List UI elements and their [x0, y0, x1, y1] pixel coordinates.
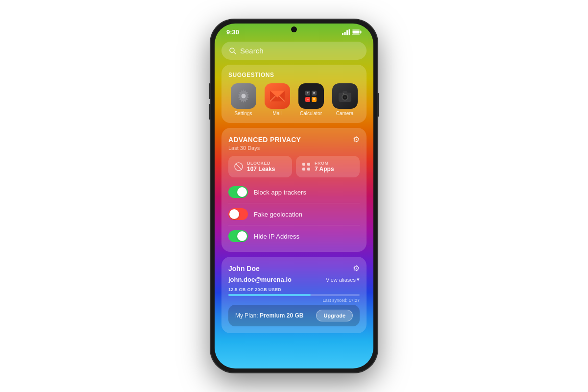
hide-ip-toggle[interactable]: [228, 230, 248, 242]
toggle-thumb-block-trackers: [237, 187, 247, 197]
phone-screen: 9:30: [215, 24, 373, 368]
calc-btn-plus: +: [305, 91, 310, 96]
fake-geo-label: Fake geolocation: [254, 211, 302, 218]
battery-icon: [352, 29, 362, 35]
app-item-camera[interactable]: Camera: [332, 83, 358, 116]
upgrade-button[interactable]: Upgrade: [316, 310, 353, 321]
phone-frame: 9:30: [211, 20, 377, 372]
app-icon-calculator: + × − =: [298, 83, 324, 109]
svg-rect-23: [302, 163, 305, 166]
privacy-header: ADVANCED PRIVACY ⚙: [228, 135, 360, 144]
plan-text: My Plan: Premium 20 GB: [235, 312, 303, 319]
plan-row: My Plan: Premium 20 GB Upgrade: [228, 305, 360, 326]
blocked-value: 107 Leaks: [247, 166, 275, 172]
suggestions-label: SUGGESTIONS: [228, 72, 360, 78]
settings-icon: [236, 88, 251, 104]
block-trackers-label: Block app trackers: [254, 189, 306, 196]
app-icon-mail: [265, 83, 290, 109]
privacy-gear-button[interactable]: ⚙: [353, 135, 360, 144]
privacy-subtitle: Last 30 Days: [228, 145, 360, 151]
app-name-mail: Mail: [272, 111, 281, 116]
from-label: FROM: [315, 161, 334, 166]
account-header: John Doe ⚙: [228, 264, 360, 273]
status-icons: [342, 29, 362, 35]
svg-rect-1: [344, 32, 346, 35]
view-aliases-button[interactable]: View aliases ▾: [326, 276, 360, 283]
svg-rect-2: [346, 30, 348, 35]
status-bar: 9:30: [215, 24, 373, 38]
svg-rect-26: [307, 168, 310, 171]
suggestions-card: SUGGESTIONS Settings: [221, 65, 367, 123]
phone-content: Search SUGGESTIONS: [215, 38, 373, 368]
block-trackers-toggle[interactable]: [228, 186, 248, 198]
front-camera: [291, 26, 297, 32]
apps-grid-icon: [302, 162, 311, 171]
from-stat-text: FROM 7 Apps: [315, 161, 334, 172]
divider-1: [228, 203, 360, 203]
status-time: 9:30: [226, 28, 239, 36]
hide-ip-label: Hide IP Address: [254, 233, 299, 240]
vol-down-button[interactable]: [209, 104, 211, 120]
storage-bar-background: [228, 294, 360, 296]
privacy-title: ADVANCED PRIVACY: [228, 136, 301, 144]
storage-label: 12.5 GB OF 20GB USED: [228, 287, 360, 292]
svg-rect-5: [361, 31, 362, 33]
account-gear-button[interactable]: ⚙: [353, 264, 360, 273]
app-item-calculator[interactable]: + × − = Calculator: [298, 83, 324, 116]
signal-icon: [342, 29, 350, 35]
app-icon-camera: [332, 83, 358, 109]
toggle-row-block-trackers: Block app trackers: [228, 183, 360, 201]
app-name-calculator: Calculator: [300, 111, 322, 116]
svg-point-10: [241, 94, 245, 98]
power-button[interactable]: [377, 93, 379, 117]
app-icon-settings: [231, 83, 256, 109]
calc-btn-minus-alt: ×: [312, 91, 317, 96]
advanced-privacy-card: ADVANCED PRIVACY ⚙ Last 30 Days BLOCKED …: [221, 128, 367, 252]
account-email: john.doe@murena.io: [228, 276, 292, 283]
app-item-mail[interactable]: Mail: [265, 83, 290, 116]
svg-rect-25: [302, 168, 305, 171]
account-email-row: john.doe@murena.io View aliases ▾: [228, 276, 360, 283]
toggle-thumb-hide-ip: [237, 231, 247, 241]
search-bar[interactable]: Search: [221, 42, 367, 60]
from-value: 7 Apps: [315, 166, 334, 172]
app-name-settings: Settings: [234, 111, 252, 116]
svg-rect-24: [307, 163, 310, 166]
blocked-icon: [234, 162, 243, 171]
storage-bar-fill: [228, 294, 311, 296]
blocked-stat: BLOCKED 107 Leaks: [228, 156, 292, 177]
stats-row: BLOCKED 107 Leaks FROM 7: [228, 156, 360, 177]
toggle-thumb-fake-geo: [229, 209, 239, 219]
search-placeholder: Search: [240, 47, 264, 55]
fake-geo-toggle[interactable]: [228, 208, 248, 220]
svg-line-8: [234, 52, 236, 54]
svg-rect-3: [349, 29, 350, 35]
calc-btn-equals: =: [312, 97, 317, 102]
svg-point-19: [344, 97, 346, 98]
svg-line-22: [236, 164, 242, 170]
app-name-camera: Camera: [336, 111, 354, 116]
plan-name: Premium 20 GB: [260, 312, 303, 319]
calc-buttons: + × − =: [302, 88, 319, 105]
mail-icon: [270, 91, 285, 101]
svg-rect-0: [342, 33, 343, 35]
calc-btn-subtract: −: [305, 97, 310, 102]
svg-rect-6: [353, 31, 360, 34]
svg-point-20: [343, 93, 344, 95]
app-icons-row: Settings Mail: [228, 83, 360, 116]
view-aliases-label: View aliases: [326, 277, 356, 283]
divider-2: [228, 225, 360, 225]
blocked-label: BLOCKED: [247, 161, 275, 166]
search-icon: [229, 48, 236, 54]
chevron-down-icon: ▾: [357, 276, 360, 283]
toggle-row-fake-geo: Fake geolocation: [228, 205, 360, 223]
from-stat: FROM 7 Apps: [296, 156, 360, 177]
plan-label: My Plan:: [235, 312, 258, 319]
blocked-stat-text: BLOCKED 107 Leaks: [247, 161, 275, 172]
toggle-row-hide-ip: Hide IP Address: [228, 227, 360, 245]
account-card: John Doe ⚙ john.doe@murena.io View alias…: [221, 257, 367, 333]
sync-text: Last synced: 17:27: [228, 298, 360, 303]
camera-icon: [337, 88, 353, 104]
vol-up-button[interactable]: [209, 83, 211, 99]
app-item-settings[interactable]: Settings: [231, 83, 256, 116]
